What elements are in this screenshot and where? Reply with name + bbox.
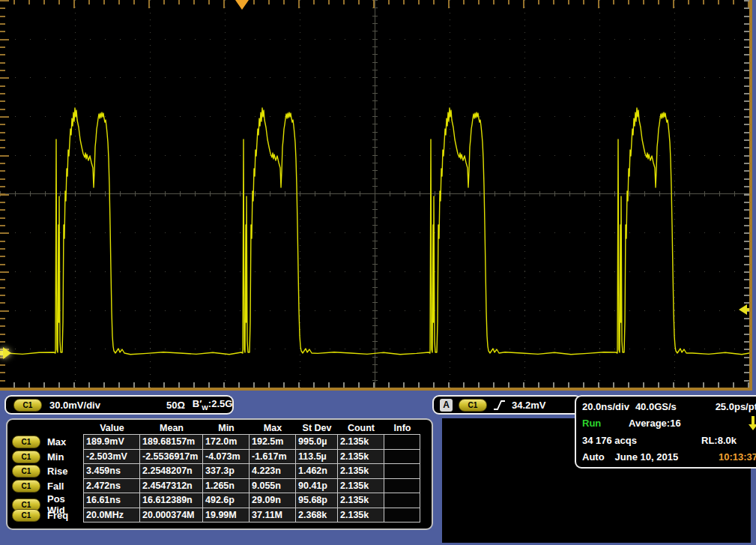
average-mode: Average:16	[629, 418, 681, 429]
acquisition-count: 34 176 acqs	[582, 435, 637, 446]
column-header: St Dev	[296, 423, 338, 433]
acquisition-row-datetime: Auto June 10, 2015 10:13:37	[582, 449, 756, 465]
time-display: 10:13:37	[719, 451, 756, 463]
measurement-cell: 9.055n	[249, 478, 296, 494]
column-header: Info	[384, 423, 420, 433]
measurement-cell: 337.3p	[202, 463, 250, 479]
channel1-badge[interactable]: C1	[13, 399, 42, 412]
measurement-cell: 2.135k	[337, 508, 384, 523]
run-state: Run	[582, 418, 629, 429]
measurement-cell: 2.2548207n	[139, 463, 203, 479]
trigger-readout-box[interactable]: A C1 34.2mV	[432, 395, 582, 415]
channel1-bandwidth: B′W:2.5G	[193, 398, 233, 412]
measurement-cell: -4.073m	[202, 449, 250, 465]
table-row: C1Rise3.459ns2.2548207n337.3p4.223n1.462…	[12, 464, 432, 479]
column-header: Value	[84, 423, 140, 433]
table-row: C1Max189.9mV189.68157m172.0m192.5m995.0µ…	[12, 435, 432, 450]
measurement-label: Max	[47, 436, 66, 448]
measurement-panel: ValueMeanMinMaxSt DevCountInfo C1Max189.…	[6, 418, 433, 530]
channel1-readout-box[interactable]: C1 30.0mV/div 50Ω B′W:2.5G	[4, 395, 234, 415]
measurement-cell: 172.0m	[202, 434, 250, 450]
oscilloscope-screen: C1 30.0mV/div 50Ω B′W:2.5G A C1 34.2mV 2…	[0, 0, 756, 545]
measurement-cell	[384, 478, 420, 494]
acquisition-row-acqs: 34 176 acqs RL:8.0k	[582, 433, 756, 448]
table-row: C1Fall2.472ns2.4547312n1.265n9.055n90.41…	[12, 479, 432, 494]
measurement-header-row: ValueMeanMinMaxSt DevCountInfo	[12, 421, 432, 435]
measurement-cell: 90.41p	[295, 478, 338, 494]
table-row: C1Pos Wid16.61ns16.612389n492.6p29.09n95…	[12, 493, 432, 508]
measurement-cell: 2.472ns	[83, 478, 140, 494]
column-header: Mean	[140, 423, 203, 433]
channel1-position-marker-icon[interactable]	[3, 347, 11, 359]
measurement-cell: -2.5536917m	[139, 449, 203, 465]
trigger-mode: Auto	[582, 451, 605, 463]
measurement-cell	[384, 449, 420, 465]
measurement-cell: 2.368k	[295, 508, 338, 523]
measurement-cell: -2.503mV	[83, 449, 140, 465]
measurement-cell: 995.0µ	[295, 434, 338, 450]
measurement-cell: 2.135k	[337, 434, 384, 450]
measurement-label: Fall	[47, 481, 64, 492]
graticule-frame	[0, 0, 752, 391]
measurement-cell: 1.265n	[202, 478, 250, 494]
waveform-scroll-down-icon[interactable]	[749, 416, 756, 431]
measurement-cell: 192.5m	[249, 434, 296, 450]
measurement-label: Freq	[47, 510, 68, 521]
channel1-vertical-scale: 30.0mV/div	[49, 400, 100, 411]
channel1-badge[interactable]: C1	[12, 451, 40, 463]
measurement-cell: 19.99M	[202, 508, 250, 523]
trigger-level-value: 34.2mV	[512, 400, 546, 411]
rising-edge-slope-icon	[493, 399, 506, 412]
channel1-trace	[0, 0, 749, 388]
trigger-position-marker-icon[interactable]	[235, 0, 249, 10]
measurement-label-cell: C1Min	[12, 450, 84, 465]
measurement-cell	[384, 508, 420, 523]
column-header: Max	[250, 423, 296, 433]
date-display: June 10, 2015	[615, 451, 679, 463]
measurement-label-cell: C1Fall	[12, 479, 84, 494]
measurement-cell	[384, 434, 420, 450]
trigger-source-channel-badge[interactable]: C1	[459, 399, 487, 412]
measurement-cell: 113.5µ	[295, 449, 338, 465]
measurement-cell: 2.135k	[337, 478, 384, 494]
timebase-value: 20.0ns/div	[582, 401, 629, 412]
measurement-cell: 2.4547312n	[139, 478, 203, 494]
trigger-a-badge: A	[440, 399, 453, 412]
table-row: C1Min-2.503mV-2.5536917m-4.073m-1.617m11…	[12, 450, 432, 465]
resolution-value: 25.0ps/pt	[716, 401, 756, 412]
measurement-cell: 189.68157m	[139, 434, 203, 450]
measurement-label: Min	[47, 451, 64, 463]
measurement-cell: 20.0MHz	[83, 508, 140, 523]
measurement-cell	[384, 463, 420, 479]
trigger-level-marker-icon[interactable]	[739, 304, 747, 315]
channel1-badge[interactable]: C1	[12, 465, 40, 478]
measurement-cell: 1.462n	[295, 463, 338, 479]
channel1-badge[interactable]: C1	[12, 480, 40, 493]
measurement-cell: 189.9mV	[83, 434, 140, 450]
record-length: RL:8.0k	[701, 435, 737, 446]
column-header: Count	[338, 423, 384, 433]
channel1-badge[interactable]: C1	[12, 436, 40, 448]
measurement-label: Rise	[47, 466, 67, 477]
acquisition-row-run: Run Average:16	[582, 415, 756, 431]
measurement-rows: C1Max189.9mV189.68157m172.0m192.5m995.0µ…	[12, 435, 432, 523]
measurement-label-cell: C1Rise	[12, 464, 84, 479]
measurement-cell: -1.617m	[249, 449, 296, 465]
column-header: Min	[203, 423, 250, 433]
measurement-cell: 37.11M	[249, 508, 296, 523]
sample-rate-value: 40.0GS/s	[635, 401, 677, 412]
measurement-cell: 2.135k	[337, 449, 384, 465]
acquisition-row-timebase: 20.0ns/div 40.0GS/s 25.0ps/pt	[582, 399, 756, 415]
measurement-label-cell: C1Max	[12, 435, 84, 450]
measurement-cell: 3.459ns	[83, 463, 140, 479]
channel1-impedance: 50Ω	[166, 400, 185, 411]
acquisition-readout-box[interactable]: 20.0ns/div 40.0GS/s 25.0ps/pt Run Averag…	[575, 395, 756, 469]
channel1-badge[interactable]: C1	[12, 509, 40, 522]
waveform-display	[0, 0, 749, 388]
measurement-cell: 2.135k	[337, 463, 384, 479]
measurement-label-cell: C1Freq	[12, 508, 84, 523]
table-row: C1Freq20.0MHz20.000374M19.99M37.11M2.368…	[12, 508, 432, 523]
measurement-cell: 20.000374M	[139, 508, 203, 523]
measurement-cell: 4.223n	[249, 463, 296, 479]
